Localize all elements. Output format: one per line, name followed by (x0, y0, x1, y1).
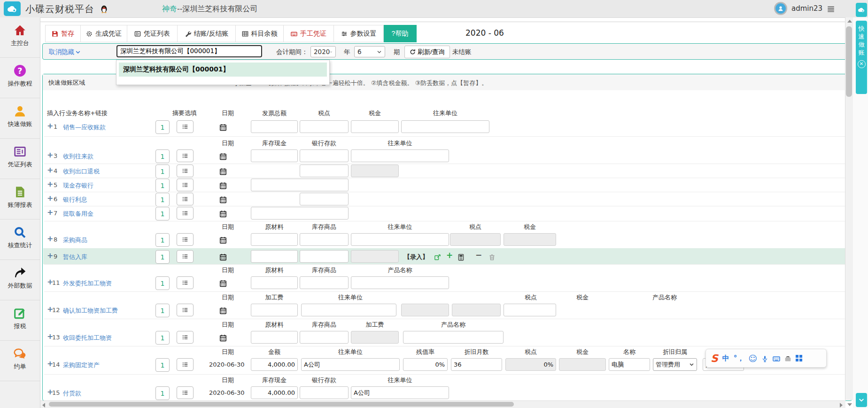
calendar-icon[interactable] (219, 180, 227, 189)
scroll-left-arrow[interactable] (42, 403, 45, 408)
count-box[interactable]: 1 (155, 386, 170, 400)
count-box[interactable]: 1 (155, 193, 170, 206)
business-link[interactable]: 收到出口退税 (63, 167, 100, 176)
count-box[interactable]: 1 (155, 304, 170, 317)
scroll-bottom-button[interactable] (856, 393, 867, 407)
parameter-settings-button[interactable]: 参数设置 (334, 25, 384, 42)
business-link[interactable]: 提取备用金 (63, 210, 93, 218)
count-box[interactable]: 1 (155, 120, 170, 134)
partner-input[interactable] (351, 149, 449, 162)
emoji-icon[interactable]: ☺ (748, 353, 757, 363)
insert-row-plus-icon[interactable]: + (47, 165, 53, 174)
business-link[interactable]: 外发委托加工物资 (63, 279, 112, 288)
residual-rate-input[interactable] (403, 358, 448, 371)
tax-amount-input[interactable] (351, 120, 399, 133)
product-name-input[interactable] (504, 304, 556, 316)
date-value[interactable]: 2020-06-30 (209, 389, 245, 396)
summary-list-button[interactable] (177, 386, 194, 399)
summary-list-button[interactable] (177, 250, 194, 263)
sidebar-item-tutorial[interactable]: 操作教程 (0, 58, 40, 98)
trash-icon[interactable] (488, 252, 496, 261)
account-balance-button[interactable]: 科目余额 (236, 25, 284, 42)
business-link[interactable]: 确认加工物资加工费 (63, 306, 118, 315)
generate-voucher-button[interactable]: 生成凭证 (81, 25, 127, 42)
summary-list-button[interactable] (177, 120, 194, 133)
cash-input[interactable] (251, 149, 298, 162)
depreciation-months-input[interactable] (451, 358, 502, 371)
qq-penguin-icon[interactable] (100, 4, 108, 13)
invoice-total-input[interactable] (251, 120, 298, 133)
stock-goods-input[interactable] (300, 233, 349, 246)
calculator-icon[interactable] (457, 252, 465, 261)
export-entry-icon[interactable] (434, 252, 441, 261)
count-box[interactable]: 1 (155, 250, 170, 264)
cash-input[interactable] (251, 386, 298, 399)
closing-button[interactable]: 结账/反结账 (178, 25, 236, 42)
raw-material-input[interactable] (251, 276, 298, 289)
toolbox-icon[interactable] (784, 354, 791, 363)
soft-keyboard-icon[interactable] (773, 354, 780, 363)
product-name-input[interactable] (351, 276, 449, 289)
count-box[interactable]: 1 (155, 179, 170, 192)
amount-input[interactable] (251, 207, 349, 220)
partner-input[interactable] (301, 304, 396, 316)
calendar-icon[interactable] (219, 151, 227, 160)
sidebar-item-external-data[interactable]: 外部数据 (0, 260, 40, 300)
summary-list-button[interactable] (177, 276, 194, 289)
count-box[interactable]: 1 (155, 149, 170, 163)
amount-input[interactable] (251, 179, 349, 191)
sidebar-item-book-reports[interactable]: 账簿报表 (0, 179, 40, 220)
stock-goods-input[interactable] (300, 331, 349, 344)
sidebar-item-quick-accounting[interactable]: 快速做账 (0, 98, 40, 139)
depreciation-owner-select[interactable]: 管理费用 (653, 358, 697, 371)
company-name-input[interactable] (116, 45, 262, 57)
raw-material-input[interactable] (251, 250, 298, 263)
count-box[interactable]: 1 (155, 233, 170, 247)
date-value[interactable]: 2020-06-30 (209, 361, 245, 368)
insert-row-plus-icon[interactable]: + (47, 251, 53, 260)
sidebar-item-appointment[interactable]: 约单 (0, 341, 40, 381)
summary-list-button[interactable] (177, 331, 194, 344)
insert-row-plus-icon[interactable]: + (47, 234, 53, 243)
stock-goods-input[interactable] (300, 276, 349, 289)
raw-material-input[interactable] (251, 331, 298, 344)
voucher-list-button[interactable]: 凭证列表 (127, 25, 178, 42)
calendar-icon[interactable] (219, 278, 227, 287)
quick-widget-icon[interactable] (856, 3, 867, 17)
partner-input[interactable] (301, 358, 400, 371)
horizontal-scrollbar-thumb[interactable] (49, 402, 514, 407)
menu-burger-icon[interactable] (827, 4, 835, 13)
business-link[interactable]: 采购固定资产 (63, 361, 100, 369)
summary-list-button[interactable] (177, 165, 194, 177)
calendar-icon[interactable] (219, 209, 227, 218)
quick-accounting-tab[interactable]: 快速做账 ✕ (856, 21, 867, 94)
microphone-icon[interactable] (761, 354, 768, 363)
sidebar-item-tax-filing[interactable]: 报税 (0, 300, 40, 341)
scroll-down-arrow[interactable] (847, 403, 852, 406)
partner-input[interactable] (351, 233, 449, 246)
sogou-logo-icon[interactable]: S (711, 353, 718, 364)
business-link[interactable]: 暂估入库 (63, 253, 87, 261)
summary-list-button[interactable] (177, 358, 194, 371)
business-link[interactable]: 收回委托加工物资 (63, 334, 112, 342)
app-logo-cloud-icon[interactable] (4, 1, 21, 16)
ime-panel-grid-icon[interactable] (796, 355, 802, 361)
count-box[interactable]: 1 (155, 331, 170, 345)
count-box[interactable]: 1 (155, 358, 170, 372)
user-avatar[interactable] (774, 2, 787, 15)
vertical-scrollbar-thumb[interactable] (846, 26, 852, 97)
year-select[interactable]: 2020 (310, 46, 336, 57)
business-link[interactable]: 采购商品 (63, 236, 87, 244)
summary-list-button[interactable] (177, 207, 194, 220)
month-select[interactable]: 6 (354, 46, 385, 57)
ime-language-toggle[interactable]: 中 (722, 354, 729, 363)
insert-row-plus-icon[interactable]: + (47, 180, 53, 188)
calendar-icon[interactable] (219, 122, 227, 131)
sidebar-item-console[interactable]: 主控台 (0, 17, 40, 58)
asset-name-input[interactable] (609, 358, 650, 371)
insert-row-plus-icon[interactable]: + (47, 121, 53, 130)
cancel-hide-link[interactable]: 取消隐藏 (49, 48, 81, 56)
bank-input[interactable] (300, 149, 349, 162)
processing-fee-input[interactable] (251, 304, 298, 316)
business-link[interactable]: 收到往来款 (63, 152, 93, 161)
